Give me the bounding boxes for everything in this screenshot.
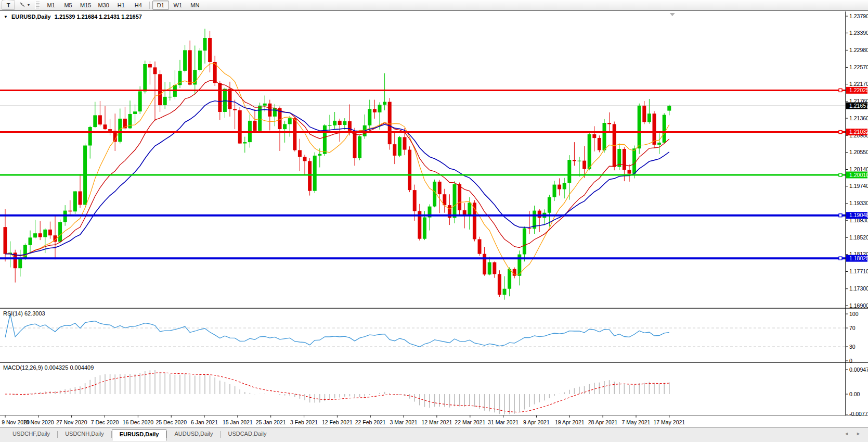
bull-candle [647,113,651,122]
date-tick-label: 31 Mar 2021 [488,419,519,425]
bull-candle [378,105,382,112]
bull-candle [133,111,137,114]
bear-candle [598,138,601,150]
bear-candle [298,150,302,157]
bull-candle [243,142,247,143]
bear-candle [623,149,626,170]
bull-candle [118,119,122,142]
macd-scale-label: -0.007778 [849,411,868,417]
timeframe-button-w1[interactable]: W1 [170,1,186,10]
toolbar-separator [149,2,150,9]
pane-separator[interactable] [0,308,868,309]
dropdown-caret-icon[interactable]: ▾ [28,3,30,7]
price-tick-label: 1.21360 [849,115,868,121]
timeframe-button-m30[interactable]: M30 [95,1,112,10]
bull-candle [73,192,77,212]
timeframe-button-h4[interactable]: H4 [130,1,147,10]
tab-scroll-left-icon[interactable]: ◄ [844,431,849,436]
text-tool-button[interactable]: T [2,1,15,10]
bull-candle [667,106,671,111]
bull-candle [163,97,167,105]
bull-candle [93,115,97,127]
date-tick-label: 18 Nov 2020 [23,419,54,425]
bull-candle [588,134,591,169]
tab-usdcnh[interactable]: USDCNH,Daily [58,430,111,440]
bear-candle [148,64,152,68]
chart-canvas[interactable]: 1.237901.233901.229801.225701.221701.217… [0,11,868,428]
bull-candle [503,289,507,295]
bull-candle [578,161,581,161]
price-axis-chip-label: 1.19048 [849,212,868,218]
tab-audusd[interactable]: AUDUSD,Daily [167,430,220,440]
cursor-tool-button[interactable]: ▾ [16,1,33,10]
bear-candle [98,115,102,124]
bull-candle [203,38,207,50]
timeframe-button-m5[interactable]: M5 [60,1,76,10]
chart-collapse-icon[interactable]: ▼ [4,15,8,19]
bear-candle [388,102,392,145]
bull-candle [657,143,661,145]
top-toolbar: T ▾ M1M5M15M30H1H4D1W1MN [0,0,868,10]
bull-candle [18,259,22,268]
bear-candle [68,211,72,212]
price-axis-chip-label: 1.22025 [849,87,868,93]
bull-candle [23,245,27,259]
line-drag-handle[interactable] [839,173,842,176]
macd-indicator-label: MACD(12,26,9) 0.004325 0.004409 [3,364,94,371]
date-tick-label: 22 Mar 2021 [455,419,485,425]
line-drag-handle[interactable] [839,89,842,92]
bull-candle [398,137,401,156]
line-drag-handle[interactable] [839,131,842,134]
timeframe-button-mn[interactable]: MN [187,1,203,10]
bull-candle [328,125,332,126]
bear-candle [79,192,82,205]
price-tick-label: 1.18520 [849,234,868,241]
bull-candle [318,154,321,156]
bear-candle [513,269,516,276]
bull-candle [273,108,277,117]
bear-candle [498,274,501,295]
rsi-scale-label: 0 [849,358,852,364]
bear-candle [373,109,377,112]
price-tick-label: 1.22170 [849,81,868,87]
bear-candle [592,134,596,138]
bull-candle [333,121,336,125]
tab-eurusd[interactable]: EURUSD,Daily [112,430,167,441]
pane-separator[interactable] [0,362,868,363]
bull-candle [29,237,32,245]
chart-tab-bar: USDCHF,DailyUSDCNH,DailyEURUSD,DailyAUDU… [0,427,868,442]
date-tick-label: 12 Mar 2021 [421,419,452,425]
bull-candle [198,50,202,70]
price-tick-label: 1.17710 [849,268,868,274]
timeframe-button-m15[interactable]: M15 [77,1,94,10]
bear-candle [228,89,232,109]
toolbar-grip [35,2,40,9]
bear-candle [188,50,192,84]
chart-window[interactable]: 1.237901.233901.229801.225701.221701.217… [0,10,868,427]
price-tick-label: 1.23390 [849,30,868,36]
line-drag-handle[interactable] [839,214,842,217]
price-axis-chip-label: 1.20010 [849,172,868,178]
chart-symbol-title: EURUSD,Daily [11,14,51,20]
bull-candle [323,125,327,154]
timeframe-button-m1[interactable]: M1 [43,1,59,10]
tab-usdcad[interactable]: USDCAD,Daily [221,430,274,440]
timeframe-button-h1[interactable]: H1 [113,1,129,10]
bear-candle [403,137,407,149]
timeframe-button-d1[interactable]: D1 [152,1,169,10]
tab-scroll-right-icon[interactable]: ► [856,431,861,436]
date-tick-label: 22 Feb 2021 [355,419,386,425]
bull-candle [433,182,436,207]
bear-candle [208,38,212,62]
tab-usdchf[interactable]: USDCHF,Daily [5,430,57,440]
date-tick-label: 3 Mar 2021 [390,419,418,425]
price-axis-chip-label: 1.21032 [849,129,868,135]
bear-candle [408,150,411,191]
bull-candle [563,183,566,189]
bear-candle [38,233,42,237]
date-tick-label: 9 Apr 2021 [523,419,550,425]
chart-ohlc-values: 1.21539 1.21684 1.21431 1.21657 [55,14,142,20]
rsi-indicator-label: RSI(14) 62.3003 [3,310,45,317]
bear-candle [233,109,237,110]
line-drag-handle[interactable] [839,257,842,260]
